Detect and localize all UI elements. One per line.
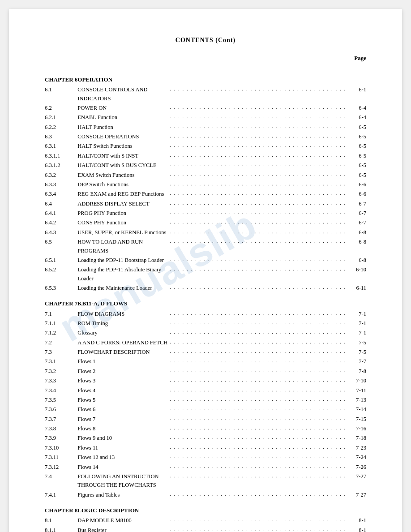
entry-dots: . . . . . . . . . . . . . . . . . . . . … [168,209,347,218]
toc-entry-row: 6.3 CONSOLE OPERATIONS . . . . . . . . .… [45,132,366,142]
entry-number: 6.3.1 [45,142,77,151]
entry-number: 7.3.3 [45,376,77,386]
entry-dots: . . . . . . . . . . . . . . . . . . . . … [168,132,347,142]
entry-title: Flows 9 and 10 [77,433,168,443]
toc-entry-row: 6.1 CONSOLE CONTROLS AND INDICATORS . . … [45,85,366,103]
entry-title: Flows 2 [77,367,168,376]
entry-page: 6-8 [347,237,366,256]
entry-page: 7-26 [347,463,366,472]
chapter-title: LOGIC DESCRIPTION [77,500,347,516]
entry-page: 6-7 [347,199,366,209]
toc-entry-row: 7.3.8 Flows 8 . . . . . . . . . . . . . … [45,424,366,433]
entry-title: HALT Switch Functions [77,142,168,151]
entry-title: Flows 1 [77,357,168,366]
toc-table: CHAPTER 6 OPERATION 6.1 CONSOLE CONTROLS… [45,69,366,532]
entry-dots: . . . . . . . . . . . . . . . . . . . . … [168,161,347,170]
entry-number: 6.5.3 [45,283,77,293]
entry-dots: . . . . . . . . . . . . . . . . . . . . … [168,237,347,256]
entry-dots: . . . . . . . . . . . . . . . . . . . . … [168,199,347,209]
toc-entry-row: 6.5.3 Loading the Maintenance Loader . .… [45,283,366,293]
entry-title: Flows 14 [77,463,168,472]
entry-number: 6.4.1 [45,209,77,218]
entry-number: 7.4.1 [45,490,77,500]
entry-page: 6-4 [347,103,366,113]
entry-page: 6-5 [347,132,366,142]
entry-title: CONSOLE CONTROLS AND INDICATORS [77,85,168,103]
entry-page: 7-23 [347,443,366,453]
entry-number: 6.3.1.2 [45,161,77,170]
entry-page: 7-13 [347,395,366,405]
entry-page: 7-5 [347,348,366,357]
entry-number: 6.4.2 [45,218,77,227]
toc-entry-row: 7.4.1 Figures and Tables . . . . . . . .… [45,490,366,500]
entry-dots: . . . . . . . . . . . . . . . . . . . . … [168,218,347,227]
entry-title: Flows 5 [77,395,168,405]
toc-content: CHAPTER 6 OPERATION 6.1 CONSOLE CONTROLS… [45,69,366,532]
toc-entry-row: 7.4 FOLLOWING AN INSTRUCTION THROUGH THE… [45,472,366,490]
entry-title: Glossary [77,328,168,338]
entry-title: REG EXAM and REG DEP Functions [77,189,168,199]
entry-dots: . . . . . . . . . . . . . . . . . . . . … [168,142,347,151]
entry-page: 7-27 [347,472,366,490]
entry-dots: . . . . . . . . . . . . . . . . . . . . … [168,338,347,348]
entry-page: 7-1 [347,309,366,319]
entry-page: 7-16 [347,424,366,433]
entry-title: ENABL Function [77,113,168,122]
entry-dots: . . . . . . . . . . . . . . . . . . . . … [168,472,347,490]
entry-dots: . . . . . . . . . . . . . . . . . . . . … [168,228,347,237]
entry-title: Flows 11 [77,443,168,453]
entry-page: 7-1 [347,328,366,338]
toc-entry-row: 6.3.1 HALT Switch Functions . . . . . . … [45,142,366,151]
entry-page: 6-7 [347,209,366,218]
entry-number: 8.1 [45,516,77,525]
entry-title: CONSOLE OPERATIONS [77,132,168,142]
entry-title: A AND C FORKS: OPERAND FETCH [77,338,168,348]
toc-entry-row: 7.3.7 Flows 7 . . . . . . . . . . . . . … [45,415,366,424]
entry-dots: . . . . . . . . . . . . . . . . . . . . … [168,424,347,433]
entry-title: Flows 4 [77,386,168,395]
entry-dots: . . . . . . . . . . . . . . . . . . . . … [168,405,347,414]
toc-entry-row: 7.3.1 Flows 1 . . . . . . . . . . . . . … [45,357,366,366]
entry-number: 6.4.3 [45,228,77,237]
entry-dots: . . . . . . . . . . . . . . . . . . . . … [168,415,347,424]
entry-page: 7-10 [347,376,366,386]
entry-number: 7.3 [45,348,77,357]
toc-entry-row: 6.2.2 HALT Function . . . . . . . . . . … [45,123,366,132]
entry-dots: . . . . . . . . . . . . . . . . . . . . … [168,386,347,395]
entry-page: 6-10 [347,265,366,283]
toc-entry-row: 7.3.12 Flows 14 . . . . . . . . . . . . … [45,463,366,472]
entry-page: 7-18 [347,433,366,443]
entry-number: 7.1.2 [45,328,77,338]
toc-entry-row: 6.3.2 EXAM Switch Functions . . . . . . … [45,171,366,180]
entry-dots: . . . . . . . . . . . . . . . . . . . . … [168,85,347,103]
entry-title: HALT/CONT with S INST [77,151,168,161]
entry-page: 8-1 [347,516,366,525]
entry-number: 7.1.1 [45,319,77,328]
entry-title: PROG PHY Function [77,209,168,218]
entry-title: EXAM Switch Functions [77,171,168,180]
toc-entry-row: 7.3.10 Flows 11 . . . . . . . . . . . . … [45,443,366,453]
entry-dots: . . . . . . . . . . . . . . . . . . . . … [168,443,347,453]
entry-page: 6-4 [347,113,366,122]
entry-number: 7.3.2 [45,367,77,376]
toc-entry-row: 7.3.9 Flows 9 and 10 . . . . . . . . . .… [45,433,366,443]
page: manualslib CONTENTS (Cont) Page CHAPTER … [9,9,402,532]
chapter-row: CHAPTER 7 KB11-A, D FLOWS [45,293,366,309]
toc-entry-row: 7.3.3 Flows 3 . . . . . . . . . . . . . … [45,376,366,386]
entry-page: 6-5 [347,123,366,132]
entry-title: HALT/CONT with S BUS CYCLE [77,161,168,170]
entry-dots: . . . . . . . . . . . . . . . . . . . . … [168,180,347,189]
page-header-title: CONTENTS (Cont) [176,37,235,43]
entry-dots: . . . . . . . . . . . . . . . . . . . . … [168,123,347,132]
entry-title: FLOWCHART DESCRIPTION [77,348,168,357]
toc-entry-row: 7.3.5 Flows 5 . . . . . . . . . . . . . … [45,395,366,405]
page-header: CONTENTS (Cont) [45,36,366,44]
page-label: Page [45,55,366,62]
entry-page: 6-8 [347,228,366,237]
entry-dots: . . . . . . . . . . . . . . . . . . . . … [168,463,347,472]
toc-entry-row: 6.3.1.1 HALT/CONT with S INST . . . . . … [45,151,366,161]
entry-page: 6-1 [347,85,366,103]
entry-dots: . . . . . . . . . . . . . . . . . . . . … [168,433,347,443]
toc-entry-row: 7.3 FLOWCHART DESCRIPTION . . . . . . . … [45,348,366,357]
entry-dots: . . . . . . . . . . . . . . . . . . . . … [168,171,347,180]
